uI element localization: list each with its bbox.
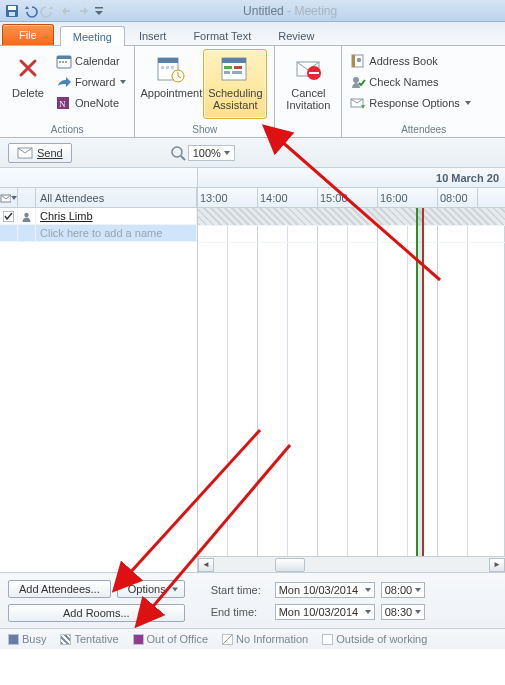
add-attendee-inline[interactable]: Click here to add a name <box>0 225 197 242</box>
delete-button[interactable]: Delete <box>4 49 52 119</box>
options-button[interactable]: Options <box>117 580 185 598</box>
timeline-hours: 13:00 14:00 15:00 16:00 08:00 <box>198 188 505 208</box>
scroll-left-icon[interactable]: ◄ <box>198 558 214 572</box>
svg-point-36 <box>24 212 28 216</box>
start-time-row: Start time: Mon 10/03/2014 08:00 <box>211 582 497 598</box>
tab-format-text[interactable]: Format Text <box>180 25 264 45</box>
legend-tentative: Tentative <box>60 633 118 646</box>
group-label-cancel <box>279 123 337 137</box>
address-book-icon <box>350 53 366 69</box>
end-time-label: End time: <box>211 606 269 618</box>
svg-rect-5 <box>57 56 71 59</box>
save-icon[interactable] <box>4 3 20 19</box>
check-names-icon <box>350 74 366 90</box>
scheduling-area: All Attendees Chris Limb Click here to a… <box>0 168 505 572</box>
legend-out-of-office: Out of Office <box>133 633 209 646</box>
check-names-button[interactable]: Check Names <box>346 72 475 92</box>
svg-point-28 <box>357 58 361 62</box>
onenote-icon: N <box>56 95 72 111</box>
scroll-right-icon[interactable]: ► <box>489 558 505 572</box>
response-options-icon <box>350 95 366 111</box>
group-actions: Delete Calendar Forward N OneNote Action… <box>0 46 135 137</box>
group-cancel: Cancel Invitation <box>275 46 342 137</box>
end-date-input[interactable]: Mon 10/03/2014 <box>275 604 375 620</box>
group-show: Appointment Scheduling Assistant Show <box>135 46 275 137</box>
legend-busy: Busy <box>8 633 46 646</box>
redo-icon[interactable] <box>40 3 56 19</box>
time-header-08: 08:00 <box>438 188 478 207</box>
all-attendees-header[interactable]: All Attendees <box>36 188 197 207</box>
svg-line-33 <box>181 156 185 160</box>
address-book-button[interactable]: Address Book <box>346 51 475 71</box>
sub-toolbar: Send 100% <box>0 138 505 168</box>
svg-rect-3 <box>95 7 103 9</box>
scroll-thumb[interactable] <box>275 558 305 572</box>
svg-rect-22 <box>232 71 242 74</box>
add-rooms-button[interactable]: Add Rooms... <box>8 604 185 622</box>
svg-rect-2 <box>9 12 15 16</box>
forward-button[interactable]: Forward <box>52 72 130 92</box>
svg-rect-18 <box>222 58 246 63</box>
add-attendees-button[interactable]: Add Attendees... <box>8 580 111 598</box>
group-attendees: Address Book Check Names Response Option… <box>342 46 505 137</box>
svg-rect-7 <box>62 61 64 63</box>
svg-rect-8 <box>65 61 67 63</box>
horizontal-scrollbar[interactable]: ◄ ► <box>198 556 505 572</box>
group-label-actions: Actions <box>4 123 130 137</box>
zoom-icon[interactable] <box>168 143 188 163</box>
end-time-input[interactable]: 08:30 <box>381 604 425 620</box>
prev-item-icon[interactable] <box>58 3 74 19</box>
legend-bar: Busy Tentative Out of Office No Informat… <box>0 628 505 649</box>
legend-no-info: No Information <box>222 633 308 646</box>
calendar-button[interactable]: Calendar <box>52 51 130 71</box>
start-time-label: Start time: <box>211 584 269 596</box>
forward-icon <box>56 74 72 90</box>
svg-rect-25 <box>309 72 319 74</box>
svg-point-29 <box>353 77 359 83</box>
appointment-icon <box>155 53 187 85</box>
scheduling-assistant-icon <box>219 53 251 85</box>
qat-customize-icon[interactable] <box>94 3 104 19</box>
ribbon-tabs: File Meeting Insert Format Text Review <box>0 22 505 46</box>
svg-rect-20 <box>234 66 242 69</box>
response-options-button[interactable]: Response Options <box>346 93 475 113</box>
group-label-show: Show <box>139 123 270 137</box>
cancel-icon <box>292 53 324 85</box>
svg-rect-27 <box>352 55 355 67</box>
attendee-icon-header[interactable] <box>0 188 18 207</box>
zoom-level[interactable]: 100% <box>188 145 235 161</box>
next-item-icon[interactable] <box>76 3 92 19</box>
svg-text:N: N <box>59 99 66 109</box>
onenote-button[interactable]: N OneNote <box>52 93 130 113</box>
svg-rect-15 <box>171 66 174 69</box>
svg-rect-1 <box>8 6 16 10</box>
appointment-button[interactable]: Appointment <box>139 49 203 119</box>
attendee-row[interactable]: Chris Limb <box>0 208 197 225</box>
scheduling-assistant-button[interactable]: Scheduling Assistant <box>203 49 267 119</box>
ribbon: Delete Calendar Forward N OneNote Action… <box>0 46 505 138</box>
tab-meeting[interactable]: Meeting <box>60 26 125 46</box>
start-date-input[interactable]: Mon 10/03/2014 <box>275 582 375 598</box>
selection-start-handle[interactable] <box>416 208 418 556</box>
tab-file[interactable]: File <box>2 24 54 45</box>
end-time-row: End time: Mon 10/03/2014 08:30 <box>211 604 497 620</box>
footer-controls: Add Attendees... Options Add Rooms... St… <box>0 572 505 628</box>
selection-end-handle[interactable] <box>422 208 424 556</box>
timeline-grid[interactable] <box>198 208 505 556</box>
send-icon <box>17 146 33 160</box>
undo-icon[interactable] <box>22 3 38 19</box>
attendee-name[interactable]: Chris Limb <box>40 210 93 222</box>
svg-rect-12 <box>158 58 178 63</box>
svg-rect-14 <box>166 66 169 69</box>
attendee-list-header: All Attendees <box>0 168 197 208</box>
svg-rect-13 <box>161 66 164 69</box>
start-time-input[interactable]: 08:00 <box>381 582 425 598</box>
send-button[interactable]: Send <box>8 143 72 163</box>
calendar-icon <box>56 53 72 69</box>
tab-insert[interactable]: Insert <box>126 25 180 45</box>
svg-rect-6 <box>59 61 61 63</box>
tab-review[interactable]: Review <box>265 25 327 45</box>
window-title: Untitled - Meeting <box>243 4 337 18</box>
organizer-icon <box>21 211 32 222</box>
cancel-invitation-button[interactable]: Cancel Invitation <box>279 49 337 119</box>
